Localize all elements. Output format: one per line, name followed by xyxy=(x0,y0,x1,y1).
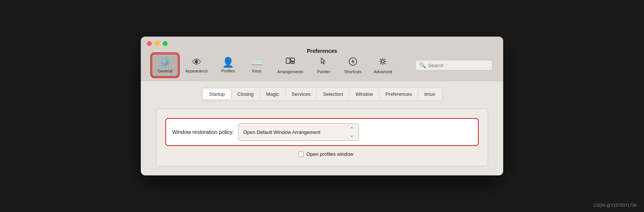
maximize-button[interactable] xyxy=(163,41,168,46)
toolbar-item-shortcuts[interactable]: Shortcuts xyxy=(339,54,367,77)
tab-preferences[interactable]: Preferences xyxy=(379,89,418,99)
tab-tmux[interactable]: tmux xyxy=(418,89,441,99)
keyboard-icon: ⌨️ xyxy=(251,57,263,67)
tab-startup[interactable]: Startup xyxy=(203,89,231,99)
monitor-icon xyxy=(285,57,295,68)
toolbar-item-pointer[interactable]: Pointer xyxy=(310,54,337,77)
title-bar-inner: Preferences ⚙️ General 👁 Appearance 👤 Pr… xyxy=(147,41,497,81)
tab-closing[interactable]: Closing xyxy=(231,89,260,99)
minimize-button[interactable] xyxy=(155,41,160,46)
toolbar-item-advanced[interactable]: Advanced xyxy=(368,54,397,77)
toolbar-label-keys: Keys xyxy=(252,69,261,73)
toolbar-item-arrangements[interactable]: Arrangements xyxy=(272,54,308,77)
traffic-lights xyxy=(147,41,497,46)
toolbar-label-arrangements: Arrangements xyxy=(277,69,303,74)
person-icon: 👤 xyxy=(222,57,234,67)
toolbar-label-pointer: Pointer xyxy=(317,69,330,74)
svg-point-4 xyxy=(382,60,384,63)
toolbar-label-shortcuts: Shortcuts xyxy=(344,69,361,74)
toolbar-item-general[interactable]: ⚙️ General xyxy=(151,54,179,77)
svg-rect-0 xyxy=(286,58,290,63)
chevron-updown-icon: ⌃⌄ xyxy=(350,126,354,138)
title-bar: Preferences ⚙️ General 👁 Appearance 👤 Pr… xyxy=(141,37,503,81)
close-button[interactable] xyxy=(147,41,152,46)
svg-rect-2 xyxy=(291,62,294,63)
pointer-icon xyxy=(319,57,328,68)
main-content: Window restoration policy: Open Default … xyxy=(156,109,488,166)
tab-magic[interactable]: Magic xyxy=(260,89,286,99)
tab-services[interactable]: Services xyxy=(286,89,317,99)
toolbar-label-general: General xyxy=(157,69,172,73)
search-input[interactable] xyxy=(428,63,488,68)
preferences-window: Preferences ⚙️ General 👁 Appearance 👤 Pr… xyxy=(141,37,503,175)
policy-dropdown[interactable]: Open Default Window Arrangement ⌃⌄ xyxy=(238,123,359,141)
gear-icon: ⚙️ xyxy=(159,57,171,67)
open-profiles-checkbox[interactable] xyxy=(298,152,304,157)
window-restoration-row: Window restoration policy: Open Default … xyxy=(165,118,479,146)
toolbar-item-profiles[interactable]: 👤 Profiles xyxy=(214,54,242,76)
tab-bar: Startup Closing Magic Services Selection… xyxy=(201,87,443,101)
bolt-icon xyxy=(348,57,358,68)
policy-select-value: Open Default Window Arrangement xyxy=(243,129,320,135)
svg-rect-1 xyxy=(291,58,294,61)
watermark: CSDN @Y1575071736 xyxy=(593,203,636,207)
advanced-gear-icon xyxy=(378,57,388,68)
toolbar-label-profiles: Profiles xyxy=(221,69,235,73)
search-box[interactable]: 🔍 xyxy=(415,60,493,71)
toolbar-item-appearance[interactable]: 👁 Appearance xyxy=(180,54,213,76)
search-icon: 🔍 xyxy=(419,62,426,68)
tab-selection[interactable]: Selection xyxy=(317,89,349,99)
toolbar-label-appearance: Appearance xyxy=(185,69,208,73)
policy-label: Window restoration policy: xyxy=(172,129,234,135)
toolbar: ⚙️ General 👁 Appearance 👤 Profiles ⌨️ Ke… xyxy=(147,51,497,81)
open-profiles-row: Open profiles window xyxy=(165,151,479,157)
open-profiles-label: Open profiles window xyxy=(307,151,353,157)
eye-icon: 👁 xyxy=(192,57,202,67)
tab-window[interactable]: Window xyxy=(350,89,379,99)
toolbar-label-advanced: Advanced xyxy=(374,69,392,74)
toolbar-item-keys[interactable]: ⌨️ Keys xyxy=(243,54,270,76)
content-area: Startup Closing Magic Services Selection… xyxy=(141,81,503,175)
